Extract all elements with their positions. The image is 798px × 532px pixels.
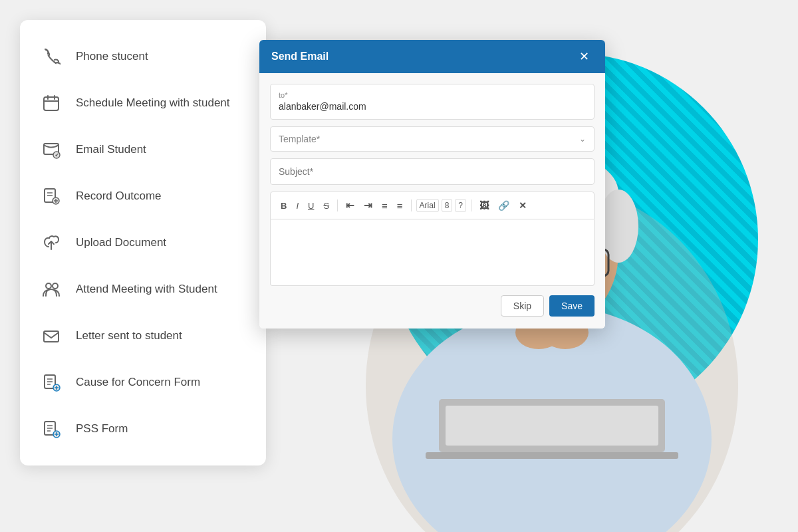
toolbar-separator-1 bbox=[337, 200, 338, 211]
remove-format-button[interactable]: ✕ bbox=[515, 198, 530, 213]
modal-footer: Skip Save bbox=[270, 293, 595, 318]
sidebar-item-email-student[interactable]: Email Student bbox=[20, 126, 266, 173]
svg-rect-14 bbox=[426, 452, 678, 459]
template-dropdown[interactable]: Template* ⌄ bbox=[270, 126, 595, 152]
svg-rect-16 bbox=[446, 406, 658, 446]
sidebar-item-letter-sent[interactable]: Letter sent to student bbox=[20, 313, 266, 359]
phone-icon bbox=[39, 44, 64, 69]
sidebar-item-phone-student[interactable]: Phone stucent bbox=[20, 33, 266, 80]
to-label: to* bbox=[279, 91, 586, 99]
svg-point-32 bbox=[53, 283, 58, 289]
indent-right-button[interactable]: ⇥ bbox=[360, 198, 376, 213]
subject-input[interactable] bbox=[279, 166, 586, 177]
svg-point-31 bbox=[46, 283, 51, 289]
font-name-label: Arial bbox=[416, 199, 439, 212]
sidebar-label-record-outcome: Record Outcome bbox=[76, 190, 162, 203]
sidebar-label-email-student: Email Student bbox=[76, 143, 146, 156]
sidebar-item-record-outcome[interactable]: Record Outcome bbox=[20, 173, 266, 219]
underline-button[interactable]: U bbox=[305, 199, 317, 213]
indent-left-button[interactable]: ⇤ bbox=[342, 198, 358, 213]
modal-body: to* Template* ⌄ B I U S ⇤ ⇥ ≡ bbox=[259, 73, 605, 329]
sidebar-item-attend-meeting[interactable]: Attend Meeting with Student bbox=[20, 266, 266, 313]
email-edit-icon bbox=[39, 137, 64, 162]
template-placeholder: Template* bbox=[279, 134, 320, 144]
svg-rect-17 bbox=[44, 97, 59, 110]
modal-header: Send Email ✕ bbox=[259, 40, 605, 73]
svg-rect-33 bbox=[44, 331, 59, 342]
font-size-small: 8 bbox=[442, 199, 453, 212]
sidebar-label-phone-student: Phone stucent bbox=[76, 50, 148, 63]
sidebar-label-pss-form: PSS Form bbox=[76, 422, 128, 436]
sidebar-label-letter-sent: Letter sent to student bbox=[76, 329, 182, 342]
modal-container: Send Email ✕ to* Template* ⌄ B I U bbox=[259, 40, 605, 329]
sidebar-item-pss-form[interactable]: PSS Form bbox=[20, 406, 266, 452]
modal-title: Send Email bbox=[271, 51, 329, 63]
image-button[interactable]: 🖼 bbox=[476, 198, 492, 213]
modal-close-button[interactable]: ✕ bbox=[575, 49, 593, 64]
italic-button[interactable]: I bbox=[293, 199, 302, 213]
list-bullet-button[interactable]: ≡ bbox=[378, 198, 391, 213]
sidebar-label-schedule-meeting: Schedule Meeting with student bbox=[76, 96, 230, 110]
subject-field bbox=[270, 158, 595, 185]
record-outcome-icon bbox=[39, 184, 64, 209]
sidebar-label-attend-meeting: Attend Meeting with Student bbox=[76, 283, 217, 296]
link-button[interactable]: 🔗 bbox=[495, 198, 513, 213]
strikethrough-button[interactable]: S bbox=[320, 199, 332, 213]
pss-form-icon bbox=[39, 416, 64, 442]
sidebar-item-cause-concern[interactable]: Cause for Concern Form bbox=[20, 359, 266, 406]
toolbar-separator-3 bbox=[471, 200, 471, 211]
font-size-large: ? bbox=[455, 199, 466, 212]
save-button[interactable]: Save bbox=[549, 295, 595, 317]
bold-button[interactable]: B bbox=[277, 199, 290, 213]
sidebar-label-cause-concern: Cause for Concern Form bbox=[76, 376, 200, 389]
sidebar-label-upload-document: Upload Document bbox=[76, 236, 166, 249]
editor-toolbar: B I U S ⇤ ⇥ ≡ ≡ Arial 8 ? 🖼 🔗 ✕ bbox=[270, 192, 595, 219]
send-email-modal: Send Email ✕ to* Template* ⌄ B I U bbox=[259, 40, 605, 329]
letter-icon bbox=[39, 323, 64, 348]
toolbar-separator-2 bbox=[411, 200, 412, 211]
email-editor-body[interactable] bbox=[270, 219, 595, 286]
sidebar-item-schedule-meeting[interactable]: Schedule Meeting with student bbox=[20, 80, 266, 126]
sidebar-item-upload-document[interactable]: Upload Document bbox=[20, 219, 266, 266]
sidebar-panel: Phone stucent Schedule Meeting with stud… bbox=[20, 20, 266, 466]
chevron-down-icon: ⌄ bbox=[579, 134, 586, 144]
to-field: to* bbox=[270, 84, 595, 120]
to-input[interactable] bbox=[279, 101, 586, 112]
skip-button[interactable]: Skip bbox=[501, 295, 544, 317]
cause-concern-icon bbox=[39, 370, 64, 395]
attend-meeting-icon bbox=[39, 277, 64, 302]
list-ordered-button[interactable]: ≡ bbox=[394, 198, 406, 213]
upload-document-icon bbox=[39, 230, 64, 255]
calendar-icon bbox=[39, 90, 64, 116]
